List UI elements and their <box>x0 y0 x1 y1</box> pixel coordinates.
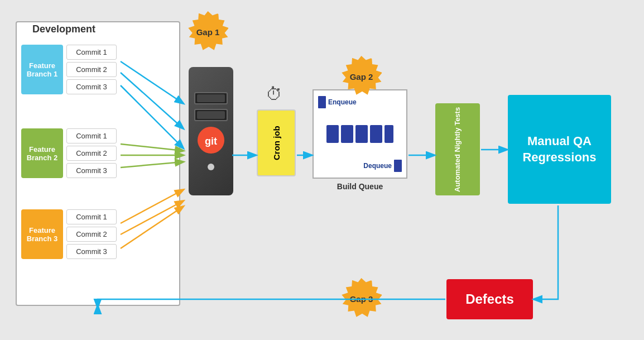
automated-nightly-tests-box: Automated Nightly Tests <box>435 103 480 195</box>
build-queue-box: Enqueue Dequeue <box>313 89 407 179</box>
cron-job-label: Cron job <box>272 126 281 160</box>
svg-rect-3 <box>394 160 402 172</box>
defects-label: Defects <box>465 291 514 307</box>
fb2-commit-3: Commit 3 <box>66 163 117 178</box>
queue-block-5 <box>385 125 393 143</box>
feature-branch-2-group: FeatureBranch 2 Commit 1 Commit 2 Commit… <box>21 128 117 178</box>
feature-branch-2-commits: Commit 1 Commit 2 Commit 3 <box>66 128 117 178</box>
defects-box: Defects <box>446 279 533 319</box>
svg-rect-2 <box>318 96 326 108</box>
gap-1-badge: Gap 1 <box>187 11 229 53</box>
feature-branch-1-label: FeatureBranch 1 <box>21 45 63 94</box>
git-server: git <box>184 67 237 218</box>
git-logo-icon: git <box>196 126 225 155</box>
stopwatch-icon: ⏱ <box>266 85 282 104</box>
dequeue-block-icon <box>394 160 402 172</box>
enqueue-block-icon <box>318 96 326 108</box>
development-label: Development <box>32 23 95 35</box>
feature-branch-3-group: FeatureBranch 3 Commit 1 Commit 2 Commit… <box>21 209 117 259</box>
fb3-commit-1: Commit 1 <box>66 209 117 224</box>
queue-blocks <box>318 125 402 143</box>
diagram-container: Development FeatureBranch 1 Commit 1 Com… <box>0 0 644 340</box>
gap-3-badge: Gap 3 <box>340 278 382 320</box>
fb2-commit-2: Commit 2 <box>66 146 117 161</box>
fb1-commit-3: Commit 3 <box>66 79 117 94</box>
feature-branch-3-commits: Commit 1 Commit 2 Commit 3 <box>66 209 117 259</box>
fb3-commit-2: Commit 2 <box>66 227 117 242</box>
server-slot-2 <box>194 109 228 121</box>
cron-job-box: Cron job <box>257 109 296 176</box>
manual-qa-box: Manual QA Regressions <box>508 95 611 204</box>
server-body: git <box>189 67 233 195</box>
fb1-commit-1: Commit 1 <box>66 45 117 60</box>
feature-branch-2-label: FeatureBranch 2 <box>21 128 63 178</box>
manual-to-defects-arrow <box>534 205 558 299</box>
queue-block-4 <box>370 125 382 143</box>
queue-block-2 <box>341 125 353 143</box>
build-queue-container: Enqueue Dequeue Build Queue <box>313 89 407 191</box>
feature-branch-1-commits: Commit 1 Commit 2 Commit 3 <box>66 45 117 94</box>
queue-enqueue-label: Enqueue <box>318 96 402 108</box>
svg-text:git: git <box>205 136 217 147</box>
queue-block-3 <box>355 125 368 143</box>
fb3-commit-3: Commit 3 <box>66 244 117 259</box>
build-queue-label: Build Queue <box>313 182 407 191</box>
ant-label: Automated Nightly Tests <box>453 107 463 191</box>
server-slot-1 <box>194 92 228 104</box>
feature-branch-3-label: FeatureBranch 3 <box>21 209 63 259</box>
queue-dequeue-label: Dequeue <box>318 160 402 172</box>
server-dot <box>208 164 214 170</box>
fb1-commit-2: Commit 2 <box>66 62 117 77</box>
queue-block-1 <box>326 125 339 143</box>
manual-qa-label: Manual QA Regressions <box>508 133 611 165</box>
feature-branch-1-group: FeatureBranch 1 Commit 1 Commit 2 Commit… <box>21 45 117 94</box>
fb2-commit-1: Commit 1 <box>66 128 117 143</box>
